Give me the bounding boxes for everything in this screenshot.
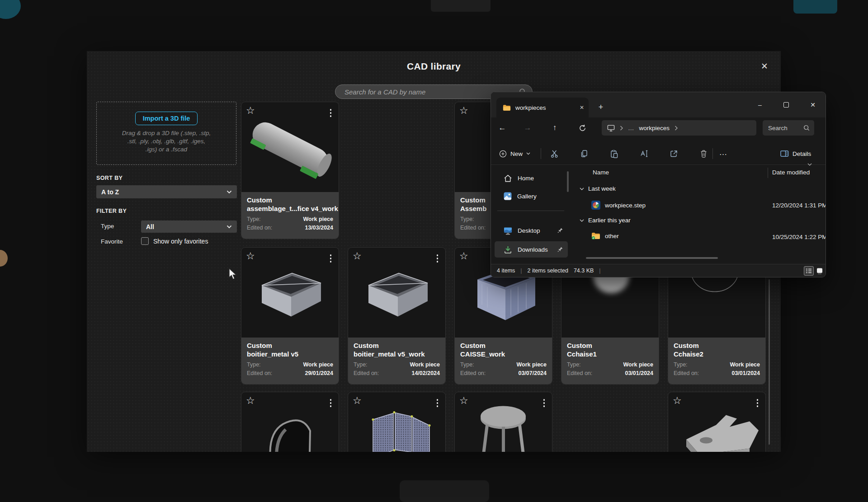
card-menu-button[interactable]	[436, 398, 439, 408]
card-footer: Custom boitier_metal v5_work Type:Work p…	[348, 338, 445, 384]
favorite-star-icon[interactable]: ☆	[353, 394, 362, 408]
status-separator: |	[520, 267, 522, 274]
sort-dropdown-value: A to Z	[101, 188, 119, 196]
chevron-down-icon	[580, 188, 584, 190]
paste-button[interactable]	[608, 148, 620, 159]
modal-close-icon[interactable]: ✕	[756, 58, 773, 74]
this-pc-icon	[607, 124, 615, 132]
group-label: Last week	[588, 185, 616, 192]
details-pane-icon	[780, 150, 789, 158]
nav-up-button[interactable]: ↑	[547, 121, 562, 135]
sort-dropdown[interactable]: A to Z	[96, 185, 237, 198]
cad-card[interactable]: ☆	[241, 392, 339, 452]
card-menu-button[interactable]	[436, 253, 439, 263]
new-item-button[interactable]: New	[496, 147, 533, 160]
card-menu-button[interactable]	[329, 108, 333, 118]
more-options-button[interactable]: …	[717, 145, 730, 159]
background-teal-button	[793, 0, 837, 14]
explorer-search-label: Search	[768, 125, 788, 131]
card-menu-button[interactable]	[329, 398, 333, 408]
favorite-star-icon[interactable]: ☆	[353, 249, 362, 263]
tab-close-icon[interactable]: ✕	[580, 104, 584, 111]
sidebar-item-gallery[interactable]: Gallery	[495, 188, 568, 204]
type-filter-dropdown[interactable]: All	[141, 221, 237, 233]
file-explorer-window: workpieces ✕ + – ✕ ← → ↑ … workpieces Se…	[491, 92, 826, 277]
favorite-star-icon[interactable]: ☆	[673, 394, 682, 408]
delete-button[interactable]	[698, 148, 709, 159]
cad-card[interactable]: ☆ Custom boitier_metal v5 Type:Work piec…	[241, 247, 339, 385]
window-maximize-button[interactable]	[776, 98, 797, 112]
type-filter-label: Type	[101, 223, 114, 230]
file-row-workpiece-step[interactable]: workpiece.step	[591, 201, 646, 210]
details-view-button[interactable]	[804, 266, 814, 276]
rename-icon	[640, 150, 648, 158]
group-header-last-week[interactable]: Last week	[580, 185, 616, 192]
show-favorites-checkbox[interactable]	[141, 237, 149, 245]
library-scrollbar[interactable]	[769, 279, 770, 445]
favorite-star-icon[interactable]: ☆	[459, 104, 468, 117]
card-menu-button[interactable]	[542, 398, 546, 408]
column-sort-chevron-icon[interactable]	[807, 163, 812, 166]
file-date: 12/20/2024 1:31 PM	[772, 202, 826, 209]
drag-drop-zone[interactable]: Import a 3D file Drag & drop a 3D file (…	[96, 102, 236, 165]
cad-card[interactable]: ☆	[454, 392, 552, 452]
breadcrumb-folder[interactable]: workpieces	[639, 125, 670, 131]
selection-count: 2 items selected	[528, 267, 568, 274]
copy-button[interactable]	[578, 148, 590, 159]
card-menu-button[interactable]	[756, 398, 760, 408]
import-3d-file-button[interactable]: Import a 3D file	[135, 112, 198, 125]
favorite-star-icon[interactable]: ☆	[246, 394, 255, 408]
paste-icon	[610, 150, 618, 158]
folder-icon	[503, 104, 511, 111]
copy-icon	[580, 150, 588, 158]
cad-card[interactable]: ☆	[668, 392, 766, 452]
large-icons-view-button[interactable]	[815, 266, 825, 276]
cad-card[interactable]: ☆ Custom assemblage_t...fice v4_work Typ…	[241, 102, 339, 239]
status-separator: |	[599, 267, 600, 274]
new-tab-button[interactable]: +	[594, 100, 608, 114]
chevron-down-icon	[580, 219, 584, 222]
cad-thumbnail-dark-chair	[241, 392, 339, 452]
details-pane-button[interactable]: Details	[780, 147, 811, 160]
card-menu-button[interactable]	[329, 253, 333, 263]
favorite-star-icon[interactable]: ☆	[246, 249, 255, 263]
details-pane-label: Details	[793, 150, 811, 157]
cut-button[interactable]	[548, 148, 560, 159]
sidebar-item-downloads[interactable]: Downloads	[495, 241, 568, 258]
group-header-earlier-this-year[interactable]: Earlier this year	[580, 217, 631, 224]
cad-card[interactable]: ☆	[348, 392, 446, 452]
address-bar[interactable]: … workpieces	[602, 120, 756, 136]
sidebar-item-desktop[interactable]: Desktop	[495, 222, 568, 239]
sidebar-item-home[interactable]: Home	[495, 170, 568, 186]
horizontal-scrollbar[interactable]	[586, 257, 718, 259]
explorer-tab-workpieces[interactable]: workpieces ✕	[496, 98, 589, 117]
file-row-other-folder[interactable]: other	[591, 232, 619, 240]
column-header-name[interactable]: Name	[593, 169, 609, 176]
file-name: workpiece.step	[605, 202, 646, 209]
window-close-button[interactable]: ✕	[802, 98, 823, 112]
nav-refresh-button[interactable]	[575, 121, 590, 135]
favorite-star-icon[interactable]: ☆	[459, 249, 468, 263]
screen: CAD library ✕ Import a 3D file Drag & dr…	[0, 0, 868, 502]
group-label: Earlier this year	[588, 217, 631, 224]
cad-card[interactable]: ☆ Custom boitier_metal v5_work Type:Work…	[348, 247, 446, 385]
column-header-date-modified[interactable]: Date modified	[772, 169, 810, 176]
favorite-star-icon[interactable]: ☆	[459, 394, 468, 408]
cut-icon	[551, 150, 558, 158]
file-name: other	[605, 233, 619, 239]
tab-label: workpieces	[515, 104, 575, 111]
explorer-search-box[interactable]: Search	[763, 120, 814, 136]
rename-button[interactable]	[638, 148, 650, 159]
pin-icon	[557, 246, 563, 253]
nav-forward-button[interactable]: →	[520, 121, 535, 135]
favorite-star-icon[interactable]: ☆	[246, 104, 255, 117]
share-button[interactable]	[668, 148, 679, 159]
window-minimize-button[interactable]: –	[750, 98, 770, 112]
filter-by-label: FILTER BY	[96, 208, 127, 214]
background-top-element	[431, 0, 491, 12]
cad-thumbnail-perforated-panels	[348, 392, 445, 452]
sidebar-scrollbar[interactable]	[567, 171, 569, 192]
column-separator[interactable]	[768, 168, 768, 178]
nav-back-button[interactable]: ←	[495, 121, 510, 135]
breadcrumb-ellipsis[interactable]: …	[628, 125, 634, 131]
